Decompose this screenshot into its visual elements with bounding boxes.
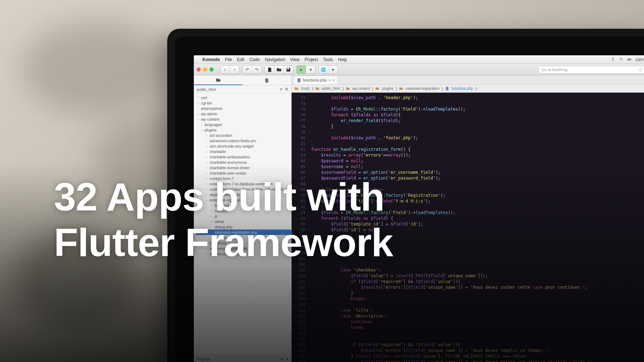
menu-navigation[interactable]: Navigation [265, 57, 285, 62]
sidebar-tab-places[interactable] [194, 75, 243, 85]
redo-button[interactable]: ↷ [252, 66, 261, 74]
tree-folder[interactable]: ›classes [196, 208, 291, 213]
code-line[interactable] [311, 233, 644, 238]
save-button[interactable] [284, 66, 293, 74]
zoom-window-button[interactable] [210, 68, 214, 71]
tree-folder[interactable]: ›charitable-license-tester [196, 165, 291, 170]
code-line[interactable] [311, 129, 644, 135]
battery-icon[interactable] [627, 57, 632, 62]
code-line[interactable] [311, 302, 644, 307]
code-line[interactable]: case 'title': [311, 307, 644, 313]
code-line[interactable]: } elseif (filter_var($field['value'], FI… [311, 353, 644, 359]
tree-file[interactable]: extended-registration.php [196, 229, 291, 235]
tree-folder[interactable]: ›regenerate-thumbnails [196, 246, 291, 251]
wifi-icon[interactable] [619, 57, 624, 62]
sidebar-root-header[interactable]: public_html ⟳ ⚙ [194, 85, 291, 93]
minimize-window-button[interactable] [203, 68, 207, 71]
code-line[interactable]: $fields = ER_Model::factory('Field')->lo… [311, 210, 644, 215]
code-line[interactable]: if ($field['required'] && !$field['value… [311, 342, 644, 348]
back-button[interactable]: ‹ [220, 66, 230, 74]
code-line[interactable] [311, 256, 644, 261]
preview-button[interactable]: 🌐 [319, 66, 328, 74]
menu-code[interactable]: Code [250, 57, 260, 62]
code-line[interactable]: } [311, 124, 644, 129]
code-line[interactable]: } [311, 290, 644, 296]
tree-folder[interactable]: ›cert [196, 95, 291, 100]
code-line[interactable] [311, 330, 644, 336]
code-line[interactable]: $password = null; [311, 158, 644, 164]
tree-folder[interactable]: ›views [196, 219, 291, 224]
play-button[interactable]: ▸ [297, 66, 306, 74]
tree-folder[interactable]: ›advanced-custom-fields-pro [196, 138, 291, 143]
tree-file[interactable]: debug.php [196, 224, 291, 229]
tree-folder[interactable]: ⌄plugins [196, 127, 291, 133]
tree-folder[interactable]: ›charitable [196, 149, 291, 154]
code-line[interactable] [311, 244, 644, 250]
code-line[interactable] [311, 101, 644, 106]
tree-file[interactable]: functions.php [196, 235, 291, 240]
tree-folder[interactable]: ›languages [196, 122, 291, 127]
editor-tab-active[interactable]: functions.php • × [294, 75, 338, 84]
code-line[interactable]: $results['errors'][$field['unique_name']… [311, 359, 644, 362]
code-line[interactable]: $field['id'] = null; [311, 227, 644, 233]
menu-help[interactable]: Help [338, 57, 347, 62]
code-line[interactable] [311, 181, 644, 187]
sidebar-tab-open-files[interactable] [243, 75, 292, 85]
go-to-anything-search[interactable]: Go to Anything ⓘ [538, 66, 644, 74]
new-file-button[interactable] [265, 66, 274, 74]
tree-folder[interactable]: ›relative-image-urls [196, 251, 291, 256]
code-editor[interactable]: 7374757677787980818283848586878889909192… [292, 93, 644, 362]
open-folder-button[interactable] [274, 66, 284, 74]
menu-view[interactable]: View [290, 57, 300, 62]
tree-folder[interactable]: ›charitable-anonymous [196, 159, 291, 165]
tree-folder[interactable]: ›js [196, 213, 291, 219]
code-line[interactable]: $username = null; [311, 164, 644, 170]
code-line[interactable]: case 'description': [311, 313, 644, 319]
code-line[interactable]: $results['errors'][$field['unique_name']… [311, 348, 644, 353]
code-line[interactable]: $field['value'] = isset($_POST[$field['u… [311, 273, 644, 279]
tree-folder[interactable]: ⌄wp-content [196, 116, 291, 122]
tree-folder[interactable]: ›phpmyadmin [196, 106, 291, 111]
tree-folder[interactable]: ›charitable-user-avatar [196, 170, 291, 176]
forward-button[interactable]: › [230, 66, 239, 74]
menu-edit[interactable]: Edit [237, 57, 245, 62]
code-line[interactable]: $fields = ER_Model::factory('Field')->lo… [311, 106, 644, 112]
menu-project[interactable]: Project [305, 57, 318, 62]
tree-folder[interactable]: ›charitable-ambassadors [196, 154, 291, 159]
code-line[interactable]: # Create new registration [311, 187, 644, 192]
close-tab-icon[interactable]: × [332, 78, 334, 82]
refresh-icon[interactable]: ⟳ [280, 87, 283, 91]
code-line[interactable]: $usernameField = er_option('er_username_… [311, 170, 644, 175]
tree-folder[interactable]: ›LAT-finder [196, 240, 291, 246]
code-line[interactable]: case 'checkbox': [311, 267, 644, 273]
code-line[interactable]: $field['template_id'] = $field['id']; [311, 221, 644, 227]
tree-folder[interactable]: ›contact-form-7-to-database-extension [196, 181, 291, 186]
code-line[interactable]: $registration['time'] = date('Y-m-d H:i:… [311, 198, 644, 204]
app-name[interactable]: Komodo [202, 57, 220, 62]
code-line[interactable]: er_render_field($field); [311, 118, 644, 124]
tree-folder[interactable]: ›acf-accordion [196, 133, 291, 138]
close-window-button[interactable] [197, 68, 201, 71]
file-tree[interactable]: ›cert›cgi-bin›phpmyadmin›wp-admin⌄wp-con… [194, 93, 291, 355]
code-line[interactable] [311, 250, 644, 256]
code-line[interactable]: include($view_path . 'header.php'); [311, 95, 644, 101]
code-line[interactable]: continue; [311, 319, 644, 325]
menu-file[interactable]: File [225, 57, 232, 62]
preview-dropdown[interactable]: ▾ [328, 66, 338, 74]
tree-folder[interactable]: ›disable-comments [196, 192, 291, 197]
tree-folder[interactable]: ›backend [196, 203, 291, 208]
code-line[interactable]: foreach ($fields as $field) { [311, 215, 644, 221]
code-content[interactable]: include($view_path . 'header.php'); $fie… [308, 93, 644, 362]
tree-folder[interactable]: ›contact-form-7 [196, 176, 291, 181]
tree-folder[interactable]: ›wp-admin [196, 111, 291, 116]
code-line[interactable] [311, 261, 644, 267]
code-line[interactable] [311, 204, 644, 210]
code-line[interactable] [311, 238, 644, 244]
play-dropdown[interactable]: ▾ [306, 66, 315, 74]
code-line[interactable]: $registration = ER_Model::factory('Regis… [311, 192, 644, 198]
tree-folder[interactable]: ›custom-registration-form-builder-with-s… [196, 186, 291, 192]
code-line[interactable]: $results['errors'][$field['unique_name']… [311, 284, 644, 290]
code-line[interactable]: break; [311, 325, 644, 330]
tree-folder[interactable]: ›cgi-bin [196, 100, 291, 106]
code-line[interactable]: function er_handle_registration_form() { [311, 147, 644, 152]
